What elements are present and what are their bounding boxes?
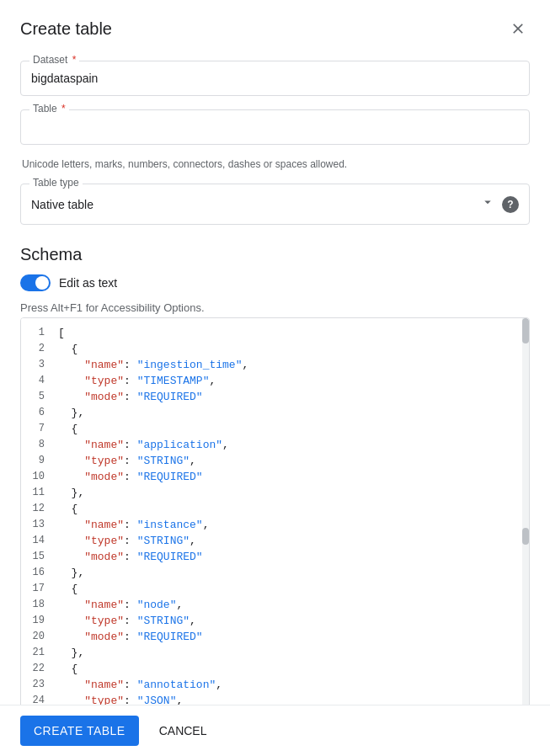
table-type-select[interactable]: Native table ? xyxy=(21,184,529,224)
dropdown-icon[interactable] xyxy=(480,194,495,214)
table-type-group: Table type Native table ? xyxy=(20,184,530,225)
dataset-required-marker: * xyxy=(72,54,77,66)
table-type-label: Table type xyxy=(29,177,83,189)
table-type-value: Native table xyxy=(31,198,93,211)
table-label: Table * xyxy=(29,103,69,114)
dialog-title: Create table xyxy=(20,19,112,39)
scrollbar-thumb-bottom[interactable] xyxy=(522,528,529,545)
create-table-dialog: Create table Dataset * Table * Unicode l… xyxy=(0,0,550,756)
table-hint: Unicode letters, marks, numbers, connect… xyxy=(20,158,530,170)
table-input[interactable] xyxy=(31,117,519,137)
scrollbar-thumb-top[interactable] xyxy=(522,318,529,343)
close-icon xyxy=(510,20,526,37)
schema-title: Schema xyxy=(20,245,530,264)
close-button[interactable] xyxy=(506,17,530,40)
dialog-footer: CREATE TABLE CANCEL xyxy=(0,705,550,756)
edit-as-text-row: Edit as text xyxy=(20,274,530,291)
schema-code-editor[interactable]: 12345 678910 1112131415 1617181920 21222… xyxy=(20,317,530,705)
line-numbers: 12345 678910 1112131415 1617181920 21222… xyxy=(21,318,51,705)
code-content: [ { "name": "ingestion_time", "type": "T… xyxy=(51,318,529,705)
toggle-slider xyxy=(20,274,51,291)
table-field-group: Table * xyxy=(20,109,530,145)
schema-section: Schema Edit as text Press Alt+F1 for Acc… xyxy=(20,245,530,705)
cancel-button[interactable]: CANCEL xyxy=(146,716,221,746)
create-table-button[interactable]: CREATE TABLE xyxy=(20,716,139,746)
dialog-header: Create table xyxy=(0,0,550,54)
edit-as-text-toggle[interactable] xyxy=(20,274,51,291)
accessibility-hint: Press Alt+F1 for Accessibility Options. xyxy=(20,301,530,314)
dialog-body: Dataset * Table * Unicode letters, marks… xyxy=(0,54,550,705)
dataset-field-group: Dataset * xyxy=(20,61,530,96)
table-type-controls: ? xyxy=(480,194,519,214)
dataset-input[interactable] xyxy=(31,68,519,88)
edit-as-text-label: Edit as text xyxy=(59,276,117,290)
scrollbar-track[interactable] xyxy=(522,318,529,705)
help-icon[interactable]: ? xyxy=(502,196,519,213)
dataset-label: Dataset * xyxy=(29,54,79,66)
table-required-marker: * xyxy=(61,103,66,114)
code-scroll-area[interactable]: 12345 678910 1112131415 1617181920 21222… xyxy=(21,318,529,705)
